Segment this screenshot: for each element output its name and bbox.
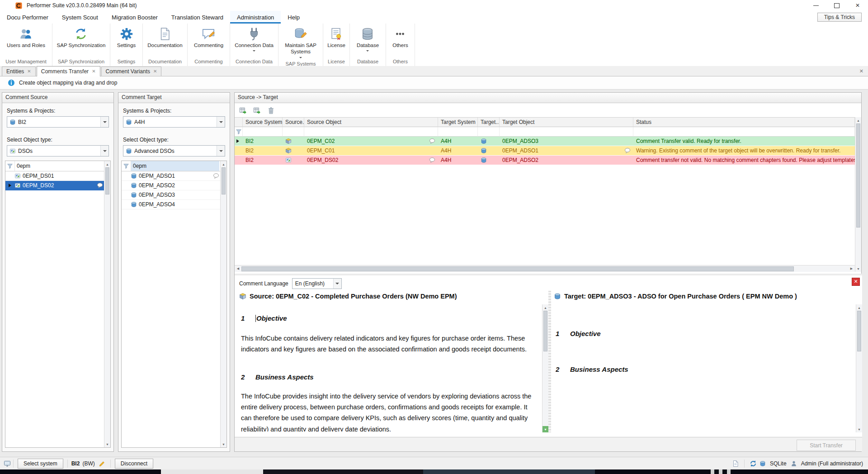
adso-icon xyxy=(131,192,137,198)
tips-and-tricks-button[interactable]: Tips & Tricks xyxy=(817,13,862,22)
chevron-down-icon xyxy=(333,279,341,289)
close-preview-button[interactable]: ✕ xyxy=(852,278,860,286)
dso-icon xyxy=(285,157,292,163)
list-item-0epm-adso4[interactable]: 0EPM_ADSO4 xyxy=(122,200,226,209)
tab-entities[interactable]: Entities✕ xyxy=(2,66,36,76)
documentation-button[interactable]: Documentation xyxy=(146,26,184,49)
list-item-0epm-adso1[interactable]: 0EPM_ADSO1 xyxy=(122,171,226,181)
scroll-down-icon[interactable]: ▼ xyxy=(221,441,226,447)
sap-synchronization-button[interactable]: SAP Synchronization xyxy=(55,26,108,49)
source-object-type-select[interactable]: DSOs xyxy=(7,145,109,156)
filter-row[interactable]: 0epm xyxy=(122,161,226,171)
comment-language-select[interactable]: En (English) xyxy=(292,278,342,289)
tab-comments-transfer[interactable]: Comments Transfer✕ xyxy=(37,66,100,76)
menu-bar: Docu Performer System Scout Migration Bo… xyxy=(0,11,868,24)
scroll-down-icon[interactable]: ▼ xyxy=(542,426,548,432)
tabstrip-close-icon[interactable]: ✕ xyxy=(859,68,863,74)
maintain-sap-systems-button[interactable]: Maintain SAP Systems xyxy=(278,26,323,61)
disconnect-button[interactable]: Disconnect xyxy=(115,459,153,469)
delete-mapping-button[interactable] xyxy=(265,105,276,116)
target-system-select[interactable]: A4H xyxy=(123,116,225,128)
scroll-right-icon[interactable]: ▶ xyxy=(848,265,855,272)
row-indicator-icon xyxy=(9,184,11,187)
filter-row[interactable]: 0epm xyxy=(5,161,110,171)
taskbar-window-segment xyxy=(423,469,595,474)
connection-data-button[interactable]: Connection Data xyxy=(233,26,275,54)
vertical-scrollbar[interactable]: ▲ ▼ xyxy=(220,161,226,447)
windows-taskbar[interactable] xyxy=(0,469,868,474)
scroll-down-icon[interactable]: ▼ xyxy=(104,441,110,447)
comment-bubble-icon xyxy=(97,182,103,189)
tab-close-icon[interactable]: ✕ xyxy=(153,69,157,74)
comment-source-panel: Comment Source Systems & Projects: BI2 S… xyxy=(2,92,114,452)
mapping-row-invalid[interactable]: BI2 0EPM_DS02 A4H 0EPM_ADSO2 Comment tra… xyxy=(235,156,855,165)
column-header-status[interactable]: Status xyxy=(633,118,855,127)
close-button[interactable]: ✕ xyxy=(847,0,868,11)
transfer-selected-button[interactable] xyxy=(237,105,248,116)
mapping-row-valid[interactable]: BI2 0EPM_C02 A4H 0EPM_ADSO3 Comment Tran… xyxy=(235,137,855,146)
transfer-all-button[interactable] xyxy=(251,105,262,116)
menu-translation-steward[interactable]: Translation Steward xyxy=(165,11,230,24)
vertical-scrollbar[interactable]: ▲ ▼ xyxy=(104,161,110,447)
commenting-button[interactable]: Commenting xyxy=(192,26,225,49)
target-object-cell: 0EPM_ADSO1 xyxy=(502,147,538,154)
target-object-type-select[interactable]: Advanced DSOs xyxy=(123,145,225,156)
vertical-scrollbar[interactable]: ▲ ▼ xyxy=(856,304,862,432)
database-button[interactable]: Database xyxy=(355,26,381,54)
refresh-icon[interactable] xyxy=(750,460,757,467)
column-header-target-system[interactable]: Target System xyxy=(438,118,478,127)
start-transfer-button[interactable]: Start Transfer xyxy=(797,440,856,451)
scroll-up-icon[interactable]: ▲ xyxy=(855,117,861,123)
others-button[interactable]: Others xyxy=(391,26,410,49)
target-comment-editor[interactable]: 1 Objective 2 Business Aspects xyxy=(556,306,853,431)
list-item-0epm-ds01[interactable]: 0EPM_DS01 xyxy=(5,171,110,181)
ribbon-group-sap-synchronization: SAP Synchronization SAP Synchronization xyxy=(52,24,110,66)
filter-input[interactable]: 0epm xyxy=(14,161,103,171)
license-button[interactable]: License xyxy=(326,26,347,49)
scroll-down-icon[interactable]: ▼ xyxy=(855,265,861,272)
grid-vertical-scrollbar[interactable]: ▲ ▼ xyxy=(855,117,861,272)
mapping-row-warning[interactable]: BI2 0EPM_C01 A4H 0EPM_ADSO1 Warning. Exi… xyxy=(235,146,855,156)
menu-migration-booster[interactable]: Migration Booster xyxy=(105,11,165,24)
menu-administration[interactable]: Administration xyxy=(230,11,281,24)
scroll-up-icon[interactable]: ▲ xyxy=(542,304,548,311)
filter-input[interactable]: 0epm xyxy=(131,161,219,171)
list-item-0epm-adso3[interactable]: 0EPM_ADSO3 xyxy=(122,190,226,200)
scroll-down-icon[interactable]: ▼ xyxy=(856,426,862,432)
source-system-select[interactable]: BI2 xyxy=(7,116,109,128)
list-item-0epm-adso2[interactable]: 0EPM_ADSO2 xyxy=(122,181,226,190)
section-body: The InfoCube provides insight into the d… xyxy=(241,391,539,431)
status-bar: Select system BI2 (BW) Disconnect SQLite… xyxy=(0,457,868,469)
scroll-up-icon[interactable]: ▲ xyxy=(104,161,110,167)
column-header-source-object[interactable]: Source Object xyxy=(304,118,438,127)
menu-help[interactable]: Help xyxy=(281,11,307,24)
column-header-target-object[interactable]: Target Object xyxy=(500,118,633,127)
column-header-source-type[interactable]: Source... xyxy=(283,118,304,127)
menu-docu-performer[interactable]: Docu Performer xyxy=(0,11,55,24)
scroll-up-icon[interactable]: ▲ xyxy=(221,161,226,167)
scroll-left-icon[interactable]: ◀ xyxy=(235,265,241,272)
tab-close-icon[interactable]: ✕ xyxy=(92,69,95,74)
target-object-list: 0epm 0EPM_ADSO1 0EPM_ADSO2 0EPM_ADSO3 xyxy=(121,161,227,448)
vertical-scrollbar[interactable]: ▲ ▼ xyxy=(542,304,548,432)
column-header-source-system[interactable]: Source System xyxy=(243,118,283,127)
minimize-button[interactable] xyxy=(806,0,826,11)
menu-system-scout[interactable]: System Scout xyxy=(55,11,105,24)
computer-icon xyxy=(4,460,11,467)
grid-filter-row[interactable] xyxy=(235,127,855,137)
list-item-0epm-ds02[interactable]: 0EPM_DS02 xyxy=(5,181,110,190)
select-system-button[interactable]: Select system xyxy=(18,459,63,469)
report-icon[interactable] xyxy=(732,460,739,467)
tab-comment-variants[interactable]: Comment Variants✕ xyxy=(101,66,162,76)
database-edit-icon xyxy=(294,27,307,41)
users-and-roles-button[interactable]: Users and Roles xyxy=(5,26,47,49)
scroll-up-icon[interactable]: ▲ xyxy=(856,304,862,311)
column-header-target-type[interactable]: Target... xyxy=(478,118,500,127)
maximize-button[interactable] xyxy=(826,0,847,11)
tab-close-icon[interactable]: ✕ xyxy=(27,69,31,74)
settings-button[interactable]: Settings xyxy=(115,26,138,49)
title-bar: Performer Suite v20.3.0.0.28499 Main (64… xyxy=(0,0,868,11)
horizontal-scrollbar[interactable]: ◀ ▶ xyxy=(235,265,855,272)
source-comment-editor[interactable]: 1 Objective This InfoCube contains deliv… xyxy=(241,306,539,431)
pencil-icon[interactable] xyxy=(99,460,105,467)
